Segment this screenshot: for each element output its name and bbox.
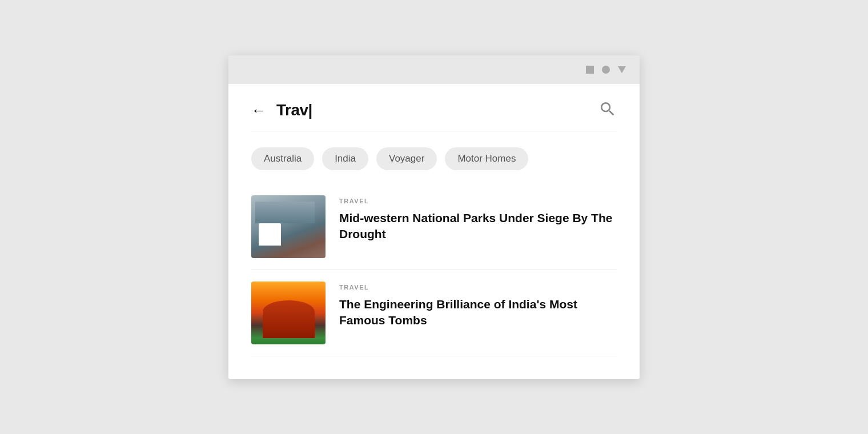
article-title-1: Mid-western National Parks Under Siege B… [339,210,617,243]
tags-row: Australia India Voyager Motor Homes [251,131,617,184]
tag-australia[interactable]: Australia [251,147,314,170]
article-item[interactable]: TRAVEL Mid-western National Parks Under … [251,184,617,270]
tag-india[interactable]: India [322,147,368,170]
phone-frame: ← Trav| Australia India Voyager Motor Ho… [228,55,640,379]
content-area: ← Trav| Australia India Voyager Motor Ho… [228,84,640,379]
article-category-2: TRAVEL [339,284,617,291]
article-thumbnail-1 [251,195,326,258]
circle-icon [602,66,610,74]
articles-list: TRAVEL Mid-western National Parks Under … [251,184,617,379]
tag-motor-homes[interactable]: Motor Homes [445,147,528,170]
search-bar: ← Trav| [251,84,617,131]
article-item-partial [251,356,617,379]
article-thumbnail-2 [251,282,326,344]
square-icon [586,66,594,74]
back-button[interactable]: ← [251,103,266,118]
triangle-icon [618,66,626,73]
article-meta-1: TRAVEL Mid-western National Parks Under … [339,195,617,243]
search-button[interactable] [598,100,617,120]
tag-voyager[interactable]: Voyager [376,147,437,170]
article-item[interactable]: TRAVEL The Engineering Brilliance of Ind… [251,270,617,356]
title-bar [228,55,640,84]
article-category-1: TRAVEL [339,198,617,204]
search-input[interactable]: Trav| [276,101,588,119]
article-meta-2: TRAVEL The Engineering Brilliance of Ind… [339,282,617,329]
article-title-2: The Engineering Brilliance of India's Mo… [339,296,617,329]
